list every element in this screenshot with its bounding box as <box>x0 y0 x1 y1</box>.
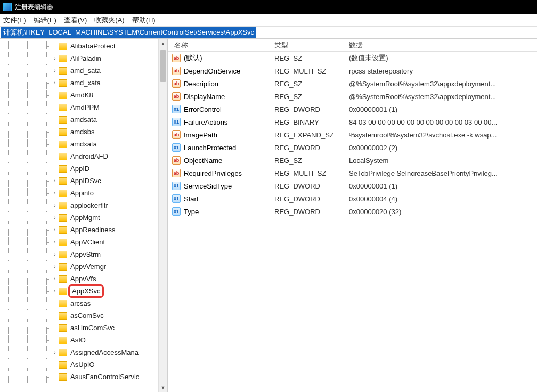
column-data-header[interactable]: 数据 <box>349 40 537 50</box>
address-bar[interactable]: 计算机\HKEY_LOCAL_MACHINE\SYSTEM\CurrentCon… <box>0 27 537 38</box>
registry-path[interactable]: 计算机\HKEY_LOCAL_MACHINE\SYSTEM\CurrentCon… <box>1 27 256 38</box>
tree-item-amd_sata[interactable]: ›amd_sata <box>0 64 158 77</box>
expander-icon[interactable]: › <box>51 251 59 257</box>
value-type: REG_DWORD <box>274 195 349 203</box>
binary-value-icon: 01 <box>172 118 181 126</box>
tree-item-appvvfs[interactable]: ›AppvVfs <box>0 273 158 285</box>
value-row[interactable]: abDisplayNameREG_SZ@%SystemRoot%\system3… <box>168 90 537 103</box>
menu-file[interactable]: 文件(F) <box>3 15 26 25</box>
values-list[interactable]: ab(默认)REG_SZ(数值未设置)abDependOnServiceREG_… <box>168 52 537 218</box>
tree-item-appidsvc[interactable]: ›AppIDSvc <box>0 175 158 187</box>
expander-icon[interactable]: › <box>51 178 59 184</box>
vertical-scrollbar[interactable]: ▲ ▼ <box>158 39 167 392</box>
column-name-header[interactable]: 名称 <box>168 40 274 50</box>
expander-icon[interactable]: › <box>51 264 59 270</box>
value-data: LocalSystem <box>349 157 537 165</box>
tree-label: asComSvc <box>70 312 104 320</box>
scroll-thumb[interactable] <box>160 50 166 82</box>
folder-icon <box>59 275 67 283</box>
column-type-header[interactable]: 类型 <box>274 40 349 50</box>
folder-icon <box>59 263 67 271</box>
value-type: REG_BINARY <box>274 118 349 126</box>
tree-label: amdsbs <box>70 128 95 136</box>
value-data: 0x00000002 (2) <box>349 144 537 152</box>
tree-item-applockerfltr[interactable]: ›applockerfltr <box>0 199 158 211</box>
tree-item-asio[interactable]: AsIO <box>0 334 158 346</box>
tree-item-assignedaccessmana[interactable]: ›AssignedAccessMana <box>0 346 158 358</box>
tree-item-amd_xata[interactable]: ›amd_xata <box>0 77 158 89</box>
tree-item-appvvemgr[interactable]: ›AppvVemgr <box>0 260 158 273</box>
expander-icon[interactable]: › <box>51 288 59 294</box>
tree-item-appvstrm[interactable]: ›AppvStrm <box>0 248 158 260</box>
tree-item-asusfancontrolservic[interactable]: AsusFanControlServic <box>0 371 158 383</box>
value-row[interactable]: abRequiredPrivilegesREG_MULTI_SZSeTcbPri… <box>168 167 537 179</box>
folder-icon <box>59 128 67 136</box>
menu-favorites[interactable]: 收藏夹(A) <box>94 15 124 25</box>
value-name: ImagePath <box>184 131 217 139</box>
value-row[interactable]: abImagePathREG_EXPAND_SZ%systemroot%\sys… <box>168 128 537 141</box>
tree-item-ashmcomsvc[interactable]: asHmComSvc <box>0 322 158 334</box>
tree-item-asupio[interactable]: AsUpIO <box>0 358 158 371</box>
value-row[interactable]: ab(默认)REG_SZ(数值未设置) <box>168 52 537 64</box>
tree-item-appreadiness[interactable]: ›AppReadiness <box>0 224 158 236</box>
tree-view[interactable]: AlibabaProtect›AliPaladin›amd_sata›amd_x… <box>0 39 158 392</box>
scroll-up-arrow[interactable]: ▲ <box>159 39 167 48</box>
expander-icon[interactable]: › <box>51 190 59 196</box>
value-name: (默认) <box>184 53 202 63</box>
tree-item-appid[interactable]: AppID <box>0 162 158 175</box>
folder-icon <box>59 153 67 160</box>
app-icon <box>3 3 12 11</box>
tree-label: applockerfltr <box>70 201 108 209</box>
folder-icon <box>59 190 67 197</box>
tree-item-arcsas[interactable]: arcsas <box>0 297 158 309</box>
tree-item-appxsvc[interactable]: ›AppXSvc <box>0 285 158 297</box>
tree-item-amdxata[interactable]: amdxata <box>0 138 158 150</box>
tree-label: asHmComSvc <box>70 324 115 332</box>
menu-help[interactable]: 帮助(H) <box>132 15 156 25</box>
tree-label: amd_xata <box>70 79 101 87</box>
value-row[interactable]: 01TypeREG_DWORD0x00000020 (32) <box>168 205 537 218</box>
value-row[interactable]: abDependOnServiceREG_MULTI_SZrpcss state… <box>168 64 537 77</box>
titlebar[interactable]: 注册表编辑器 <box>0 0 537 14</box>
scroll-down-arrow[interactable]: ▼ <box>159 383 167 392</box>
expander-icon[interactable]: › <box>51 349 59 355</box>
tree-label: amdsata <box>70 116 97 124</box>
tree-item-ascomsvc[interactable]: asComSvc <box>0 309 158 322</box>
menu-view[interactable]: 查看(V) <box>64 15 87 25</box>
value-row[interactable]: 01StartREG_DWORD0x00000004 (4) <box>168 192 537 205</box>
expander-icon[interactable]: › <box>51 276 59 282</box>
value-name: ErrorControl <box>184 105 222 113</box>
folder-icon <box>59 324 67 332</box>
expander-icon[interactable]: › <box>51 55 59 61</box>
tree-item-amdsata[interactable]: amdsata <box>0 113 158 126</box>
tree-item-androidafd[interactable]: AndroidAFD <box>0 150 158 162</box>
menu-edit[interactable]: 编辑(E) <box>34 15 56 25</box>
tree-item-appmgmt[interactable]: ›AppMgmt <box>0 211 158 224</box>
expander-icon[interactable]: › <box>51 202 59 208</box>
tree-item-appvclient[interactable]: ›AppVClient <box>0 236 158 248</box>
value-name: DisplayName <box>184 93 225 101</box>
tree-label: Appinfo <box>70 189 94 197</box>
value-row[interactable]: 01FailureActionsREG_BINARY84 03 00 00 00… <box>168 116 537 128</box>
tree-item-alibabaprotect[interactable]: AlibabaProtect <box>0 40 158 52</box>
tree-item-alipaladin[interactable]: ›AliPaladin <box>0 52 158 64</box>
tree-item-amdppm[interactable]: AmdPPM <box>0 101 158 113</box>
value-row[interactable]: 01LaunchProtectedREG_DWORD0x00000002 (2) <box>168 141 537 154</box>
expander-icon[interactable]: › <box>51 80 59 86</box>
value-row[interactable]: 01ServiceSidTypeREG_DWORD0x00000001 (1) <box>168 179 537 192</box>
value-row[interactable]: 01ErrorControlREG_DWORD0x00000001 (1) <box>168 103 537 116</box>
tree-label: AmdK8 <box>70 91 93 99</box>
expander-icon[interactable]: › <box>51 227 59 233</box>
binary-value-icon: 01 <box>172 194 181 203</box>
tree-item-appinfo[interactable]: ›Appinfo <box>0 187 158 199</box>
scroll-track[interactable] <box>159 48 167 383</box>
tree-label: AssignedAccessMana <box>70 348 139 356</box>
expander-icon[interactable]: › <box>51 215 59 220</box>
tree-item-amdsbs[interactable]: amdsbs <box>0 126 158 138</box>
value-row[interactable]: abObjectNameREG_SZLocalSystem <box>168 154 537 167</box>
value-row[interactable]: abDescriptionREG_SZ@%SystemRoot%\system3… <box>168 77 537 90</box>
expander-icon[interactable]: › <box>51 68 59 74</box>
expander-icon[interactable]: › <box>51 239 59 245</box>
tree-item-amdk8[interactable]: AmdK8 <box>0 89 158 101</box>
string-value-icon: ab <box>172 79 181 88</box>
